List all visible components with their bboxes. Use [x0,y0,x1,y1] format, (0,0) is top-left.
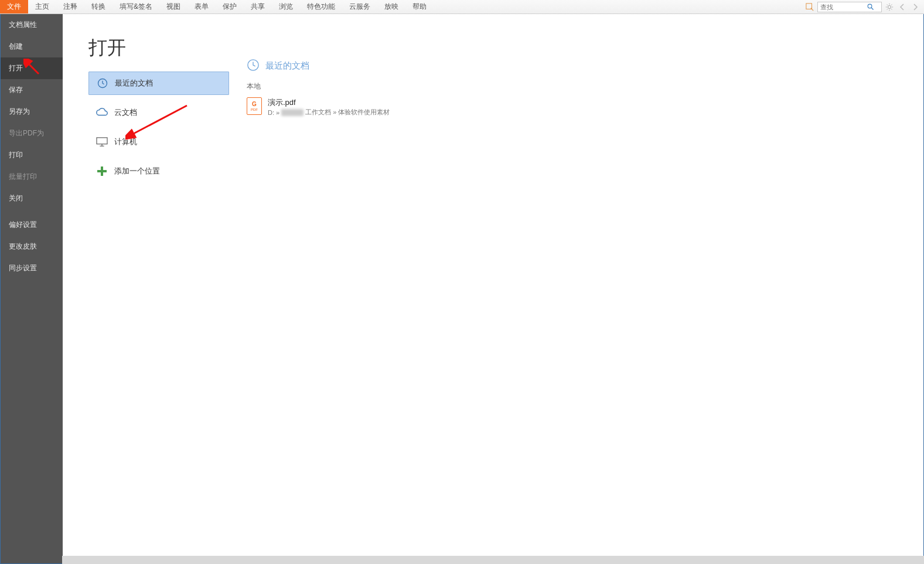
sidebar-item-export[interactable]: 导出PDF为 [1,123,63,144]
search-mode-icon[interactable] [804,2,815,12]
tab-file[interactable]: 文件 [0,0,28,13]
file-text: 演示.pdf D: » xxxx 工作文档 » 体验软件使用素材 [268,97,390,117]
main-area: 文档属性 创建 打开 保存 另存为 导出PDF为 打印 批量打印 关闭 偏好设置… [0,14,924,564]
gear-icon[interactable] [884,2,895,12]
recent-section-local: 本地 [247,81,923,91]
svg-line-3 [871,8,873,9]
file-sidebar: 文档属性 创建 打开 保存 另存为 导出PDF为 打印 批量打印 关闭 偏好设置… [1,14,63,563]
pdf-file-icon: GPDF [247,97,262,115]
page-title: 打开 [63,35,229,72]
file-path: D: » xxxx 工作文档 » 体验软件使用素材 [268,108,390,117]
tab-browse[interactable]: 浏览 [272,0,300,13]
sidebar-item-props[interactable]: 文档属性 [1,14,63,36]
tab-protect[interactable]: 保护 [216,0,244,13]
sidebar-item-create[interactable]: 创建 [1,36,63,57]
plus-icon [96,165,108,178]
tab-convert[interactable]: 转换 [84,0,112,13]
tab-help[interactable]: 帮助 [405,0,434,13]
location-computer[interactable]: 计算机 [88,130,229,154]
tab-annotate[interactable]: 注释 [56,0,84,13]
recent-header-label: 最近的文档 [265,60,309,72]
tab-home[interactable]: 主页 [28,0,56,13]
tab-form[interactable]: 表单 [187,0,216,13]
svg-point-4 [888,5,891,8]
location-cloud[interactable]: 云文档 [88,101,229,124]
cloud-icon [96,106,108,119]
recent-header: 最近的文档 [247,59,923,73]
search-icon[interactable] [867,4,874,11]
sidebar-item-sync[interactable]: 同步设置 [1,257,63,279]
bottom-scrollbar[interactable] [62,556,924,564]
tab-share[interactable]: 共享 [244,0,272,13]
top-right-controls [804,0,924,13]
tab-feature[interactable]: 特色功能 [300,0,342,13]
file-path-prefix: D: » [268,109,279,116]
top-menu-bar: 文件 主页 注释 转换 填写&签名 视图 表单 保护 共享 浏览 特色功能 云服… [0,0,924,14]
sidebar-item-save[interactable]: 保存 [1,79,63,101]
nav-prev-icon[interactable] [897,2,908,12]
location-label: 云文档 [114,107,137,118]
clock-icon [96,77,109,90]
computer-icon [96,135,108,148]
open-panel-left: 打开 最近的文档 云文档 [63,14,229,563]
open-panel-right: 最近的文档 本地 GPDF 演示.pdf D: » xxxx 工作文档 » 体验… [229,14,923,563]
sidebar-item-saveas[interactable]: 另存为 [1,101,63,123]
search-box[interactable] [817,2,882,12]
sidebar-item-batchprint[interactable]: 批量打印 [1,166,63,188]
sidebar-item-preferences[interactable]: 偏好设置 [1,214,63,236]
location-list: 最近的文档 云文档 计算机 [63,72,229,189]
sidebar-separator [1,209,63,214]
svg-point-2 [868,4,872,8]
location-recent[interactable]: 最近的文档 [88,72,229,95]
content-area: 打开 最近的文档 云文档 [63,14,923,563]
location-add[interactable]: 添加一个位置 [88,159,229,183]
sidebar-item-close[interactable]: 关闭 [1,188,63,209]
tab-cloud[interactable]: 云服务 [342,0,377,13]
file-name: 演示.pdf [268,97,390,108]
svg-rect-6 [97,138,107,144]
file-path-rest: 工作文档 » 体验软件使用素材 [305,108,390,117]
tab-view[interactable]: 视图 [159,0,187,13]
sidebar-item-skin[interactable]: 更改皮肤 [1,236,63,257]
nav-next-icon[interactable] [910,2,920,12]
clock-icon [247,59,260,73]
sidebar-item-open[interactable]: 打开 [1,57,63,79]
search-input[interactable] [820,4,867,11]
tab-fillsign[interactable]: 填写&签名 [112,0,159,13]
location-label: 最近的文档 [115,78,153,89]
recent-file-item[interactable]: GPDF 演示.pdf D: » xxxx 工作文档 » 体验软件使用素材 [247,95,923,119]
sidebar-item-print[interactable]: 打印 [1,144,63,166]
file-path-redacted: xxxx [281,109,304,116]
tab-play[interactable]: 放映 [377,0,405,13]
location-label: 计算机 [114,137,137,147]
location-label: 添加一个位置 [114,166,160,176]
